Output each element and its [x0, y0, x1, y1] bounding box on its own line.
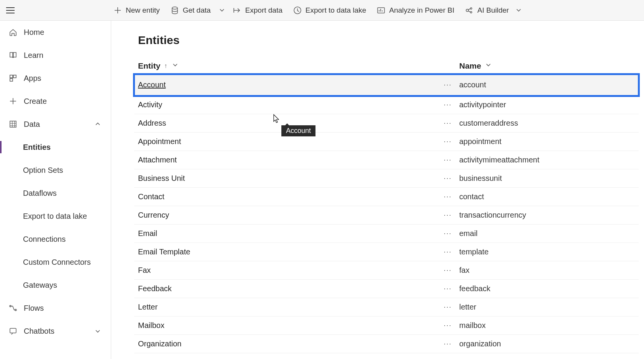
export-data-button[interactable]: Export data: [228, 0, 288, 21]
svg-point-5: [470, 11, 472, 13]
entity-link[interactable]: Mailbox: [138, 321, 164, 330]
flow-icon: [8, 303, 18, 313]
entity-name: contact: [459, 192, 639, 201]
more-actions-button[interactable]: ···: [444, 303, 452, 311]
entity-name: activitypointer: [459, 100, 639, 109]
nav-apps-label: Apps: [24, 74, 41, 83]
chevron-up-icon: [93, 120, 102, 129]
column-header-name[interactable]: Name: [459, 61, 639, 70]
entity-link[interactable]: Currency: [138, 211, 169, 220]
entity-link[interactable]: Account: [138, 80, 166, 89]
table-row[interactable]: Email Template···template: [134, 243, 639, 261]
entity-link[interactable]: Letter: [138, 303, 158, 311]
get-data-button[interactable]: Get data: [165, 0, 216, 21]
entity-link[interactable]: Address: [138, 119, 166, 128]
table-row[interactable]: Organization···organization: [134, 335, 639, 353]
table-row[interactable]: Appointment···appointment: [134, 133, 639, 151]
nav-export-to-data-lake[interactable]: Export to data lake: [0, 205, 111, 228]
entity-name: feedback: [459, 284, 639, 293]
more-actions-button[interactable]: ···: [444, 174, 452, 182]
cursor-pointer-icon: [272, 114, 281, 124]
entity-link[interactable]: Attachment: [138, 156, 177, 164]
table-row[interactable]: Business Unit···businessunit: [134, 169, 639, 188]
more-actions-button[interactable]: ···: [444, 119, 452, 127]
chevron-down-icon: [93, 326, 102, 336]
table-row[interactable]: Mailbox···mailbox: [134, 316, 639, 335]
table-row[interactable]: Feedback···feedback: [134, 280, 639, 298]
column-header-entity[interactable]: Entity ↑: [134, 61, 436, 70]
nav-chatbots[interactable]: Chatbots: [0, 320, 111, 343]
entity-link[interactable]: Activity: [138, 100, 162, 109]
entity-name: account: [459, 80, 639, 89]
nav-connections[interactable]: Connections: [0, 228, 111, 251]
new-entity-label: New entity: [126, 6, 160, 15]
export-to-data-lake-button[interactable]: Export to data lake: [288, 0, 371, 21]
entity-name: letter: [459, 303, 639, 311]
more-actions-button[interactable]: ···: [444, 229, 452, 238]
table-row[interactable]: Address···customeraddress: [134, 114, 639, 133]
more-actions-button[interactable]: ···: [444, 81, 452, 89]
table-row[interactable]: Fax···fax: [134, 261, 639, 280]
entity-name: customeraddress: [459, 119, 639, 128]
nav-create[interactable]: Create: [0, 90, 111, 113]
nav-flows[interactable]: Flows: [0, 297, 111, 320]
table-row[interactable]: Attachment···activitymimeattachment: [134, 151, 639, 169]
analyze-in-power-bi-button[interactable]: Analyze in Power BI: [371, 0, 460, 21]
more-actions-button[interactable]: ···: [444, 321, 452, 329]
entity-link[interactable]: Email Template: [138, 248, 190, 256]
nav-gateways[interactable]: Gateways: [0, 274, 111, 297]
plus-icon: [8, 97, 18, 106]
more-actions-button[interactable]: ···: [444, 101, 452, 109]
svg-rect-7: [13, 75, 16, 78]
more-actions-button[interactable]: ···: [444, 193, 452, 201]
analyze-in-power-bi-label: Analyze in Power BI: [389, 6, 454, 15]
nav-dataflows[interactable]: Dataflows: [0, 182, 111, 205]
entity-name: mailbox: [459, 321, 639, 330]
table-row[interactable]: Currency···transactioncurrency: [134, 206, 639, 225]
entity-name: appointment: [459, 137, 639, 146]
table-row[interactable]: Letter···letter: [134, 298, 639, 316]
more-actions-button[interactable]: ···: [444, 211, 452, 219]
entity-link[interactable]: Email: [138, 229, 157, 238]
more-actions-button[interactable]: ···: [444, 248, 452, 256]
more-actions-button[interactable]: ···: [444, 266, 452, 274]
table-row[interactable]: Account···account: [134, 74, 639, 96]
entity-link[interactable]: Appointment: [138, 137, 181, 146]
ai-builder-button[interactable]: AI Builder: [460, 0, 528, 21]
entity-link[interactable]: Business Unit: [138, 174, 185, 183]
svg-rect-8: [10, 79, 13, 81]
svg-rect-2: [378, 8, 384, 13]
entity-link[interactable]: Organization: [138, 339, 181, 348]
entity-link[interactable]: Fax: [138, 266, 151, 275]
get-data-chevron[interactable]: [216, 0, 228, 21]
entity-link[interactable]: Feedback: [138, 284, 172, 293]
main-content: Entities Entity ↑ Name Account···account…: [111, 21, 644, 359]
nav-entities[interactable]: Entities: [0, 136, 111, 159]
more-actions-button[interactable]: ···: [444, 156, 452, 164]
export-to-data-lake-label: Export to data lake: [306, 6, 366, 15]
nav-custom-connectors[interactable]: Custom Connectors: [0, 251, 111, 274]
more-actions-button[interactable]: ···: [444, 138, 452, 146]
nav-option-sets[interactable]: Option Sets: [0, 159, 111, 182]
nav-learn-label: Learn: [24, 51, 43, 60]
table-row[interactable]: Contact···contact: [134, 188, 639, 206]
nav-create-label: Create: [24, 97, 47, 106]
table-row[interactable]: Email···email: [134, 225, 639, 243]
more-actions-button[interactable]: ···: [444, 340, 452, 348]
command-bar: New entity Get data Export data Export t…: [0, 0, 644, 21]
nav-learn[interactable]: Learn: [0, 44, 111, 67]
hamburger-button[interactable]: [0, 0, 21, 21]
table-row[interactable]: Activity···activitypointer: [134, 96, 639, 114]
entity-link[interactable]: Contact: [138, 192, 164, 201]
svg-point-0: [172, 7, 177, 9]
grid-header: Entity ↑ Name: [134, 57, 639, 74]
nav-data[interactable]: Data: [0, 113, 111, 136]
new-entity-button[interactable]: New entity: [108, 0, 165, 21]
chatbot-icon: [8, 326, 18, 336]
chevron-down-icon: [172, 62, 178, 69]
more-actions-button[interactable]: ···: [444, 285, 452, 293]
nav-apps[interactable]: Apps: [0, 67, 111, 90]
entities-grid: Entity ↑ Name Account···accountActivity·…: [134, 57, 639, 353]
nav-data-label: Data: [24, 120, 40, 129]
nav-home[interactable]: Home: [0, 21, 111, 44]
